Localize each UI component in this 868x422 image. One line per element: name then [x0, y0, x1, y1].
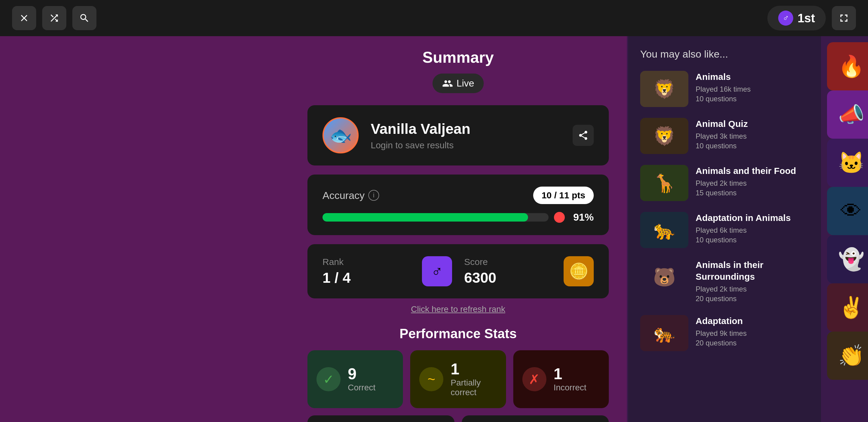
rec-emoji: 🦒	[640, 165, 688, 201]
rec-info: Animals and their Food Played 2k times 1…	[695, 165, 796, 198]
live-badge-inner: Live	[433, 73, 484, 93]
recommendation-item[interactable]: 🐅 Adaptation Played 9k times 20 question…	[640, 315, 809, 351]
accuracy-card: Accuracy i 10 / 11 pts 91%	[307, 175, 609, 235]
sticker-item[interactable]: 🐱	[827, 139, 868, 187]
center-panel: Summary Live 🐟 Vanilla Valjean Login to …	[289, 36, 627, 422]
correct-label: Correct	[348, 383, 375, 392]
accuracy-label: Accuracy i	[322, 190, 379, 201]
score-coin-icon: 🪙	[564, 256, 594, 287]
close-icon	[19, 13, 30, 24]
rank-section: Rank 1 / 4	[322, 257, 410, 286]
rank-score-card: Rank 1 / 4 ♂ Score 6300 🪙	[307, 244, 609, 298]
streak-card: 7 Streak	[462, 415, 609, 422]
recommendation-item[interactable]: 🦒 Animals and their Food Played 2k times…	[640, 165, 809, 201]
rank-label: Rank	[322, 257, 410, 267]
recommendation-item[interactable]: 🐻 Animals in their Surroundings Played 2…	[640, 259, 809, 304]
shuffle-button[interactable]	[42, 6, 66, 30]
recommendation-item[interactable]: 🦁 Animals Played 16k times 10 questions	[640, 71, 809, 107]
incorrect-icon: ✗	[522, 367, 547, 391]
sticker-item[interactable]: ✌	[827, 283, 868, 332]
rec-played: Played 2k times	[695, 285, 809, 293]
live-label: Live	[457, 78, 474, 89]
progress-bar	[322, 213, 549, 221]
live-badge: Live	[307, 73, 609, 93]
fullscreen-icon	[838, 12, 850, 24]
recommendation-item[interactable]: 🐆 Adaptation in Animals Played 6k times …	[640, 212, 809, 248]
rank-value: 1 / 4	[322, 269, 410, 286]
incorrect-info: 1 Incorrect	[554, 366, 587, 392]
avatar: 🐟	[322, 117, 359, 153]
partial-info: 1 Partially correct	[451, 361, 497, 397]
main-content: Summary Live 🐟 Vanilla Valjean Login to …	[289, 36, 868, 422]
live-users-icon	[442, 78, 453, 89]
rec-info: Adaptation Played 9k times 20 questions	[695, 315, 747, 349]
login-prompt: Login to save results	[371, 140, 561, 150]
partial-label: Partially correct	[451, 378, 497, 397]
rank-icon: ♂	[778, 10, 793, 26]
correct-icon: ✓	[316, 367, 341, 391]
correct-card: ✓ 9 Correct	[307, 350, 403, 408]
rec-questions: 20 questions	[695, 295, 809, 303]
sticker-item[interactable]: 👏	[827, 332, 868, 380]
rec-questions: 15 questions	[695, 189, 796, 197]
rec-name: Animals and their Food	[695, 165, 796, 177]
pts-badge: 10 / 11 pts	[533, 187, 594, 204]
progress-end	[554, 212, 565, 223]
rec-name: Adaptation in Animals	[695, 212, 791, 224]
fullscreen-button[interactable]	[832, 6, 856, 30]
partial-icon: ~	[419, 367, 443, 391]
rec-emoji: 🐆	[640, 212, 688, 248]
score-section: Score 6300	[464, 257, 552, 286]
performance-grid: ✓ 9 Correct ~ 1 Partially correct ✗ 1 In…	[307, 350, 609, 408]
incorrect-count: 1	[554, 366, 587, 382]
recommendations-title: You may also like...	[640, 48, 809, 60]
rec-played: Played 6k times	[695, 226, 791, 235]
sticker-panel: 🔥📣🐱👁👻✌👏	[821, 36, 868, 422]
rec-questions: 10 questions	[695, 236, 791, 244]
sticker-item[interactable]: 👁	[827, 187, 868, 235]
share-button[interactable]	[572, 125, 594, 146]
incorrect-card: ✗ 1 Incorrect	[513, 350, 609, 408]
score-label: Score	[464, 257, 552, 267]
zoom-icon	[79, 13, 90, 24]
recommendation-item[interactable]: 🦁 Animal Quiz Played 3k times 10 questio…	[640, 118, 809, 154]
profile-card: 🐟 Vanilla Valjean Login to save results	[307, 105, 609, 165]
refresh-rank-link[interactable]: Click here to refresh rank	[307, 304, 609, 314]
avatar-image: 🐟	[324, 118, 358, 152]
accuracy-header: Accuracy i 10 / 11 pts	[322, 187, 594, 204]
time-card: 3.1 m Time/ques	[307, 415, 455, 422]
rec-thumbnail: 🦒	[640, 165, 688, 201]
sticker-item[interactable]: 📣	[827, 90, 868, 139]
shuffle-icon	[49, 13, 60, 24]
score-value: 6300	[464, 269, 552, 286]
rec-played: Played 9k times	[695, 329, 747, 338]
rec-name: Animals	[695, 71, 751, 83]
accuracy-percent: 91%	[573, 211, 594, 223]
recommendations-panel: You may also like... 🦁 Animals Played 16…	[628, 36, 821, 422]
rec-emoji: 🐻	[640, 259, 688, 295]
incorrect-label: Incorrect	[554, 383, 587, 392]
progress-fill	[322, 213, 528, 221]
rec-thumbnail: 🐅	[640, 315, 688, 351]
rec-info: Animals Played 16k times 10 questions	[695, 71, 751, 104]
rec-played: Played 16k times	[695, 85, 751, 93]
rec-played: Played 2k times	[695, 179, 796, 187]
correct-info: 9 Correct	[348, 366, 375, 392]
rec-info: Animal Quiz Played 3k times 10 questions	[695, 118, 748, 151]
rec-played: Played 3k times	[695, 132, 748, 141]
topbar-left	[12, 6, 96, 30]
sticker-item[interactable]: 🔥	[827, 42, 868, 90]
performance-grid2: 3.1 m Time/ques 7 Streak	[307, 415, 609, 422]
zoom-button[interactable]	[72, 6, 96, 30]
topbar-right: ♂ 1st	[767, 6, 856, 30]
sticker-list: 🔥📣🐱👁👻✌👏	[827, 42, 868, 380]
sticker-item[interactable]: 👻	[827, 235, 868, 283]
share-icon	[578, 130, 589, 141]
rec-name: Adaptation	[695, 315, 747, 327]
rec-emoji: 🐅	[640, 315, 688, 351]
rec-thumbnail: 🐻	[640, 259, 688, 295]
summary-title: Summary	[307, 48, 609, 66]
rec-thumbnail: 🐆	[640, 212, 688, 248]
close-button[interactable]	[12, 6, 36, 30]
correct-count: 9	[348, 366, 375, 382]
